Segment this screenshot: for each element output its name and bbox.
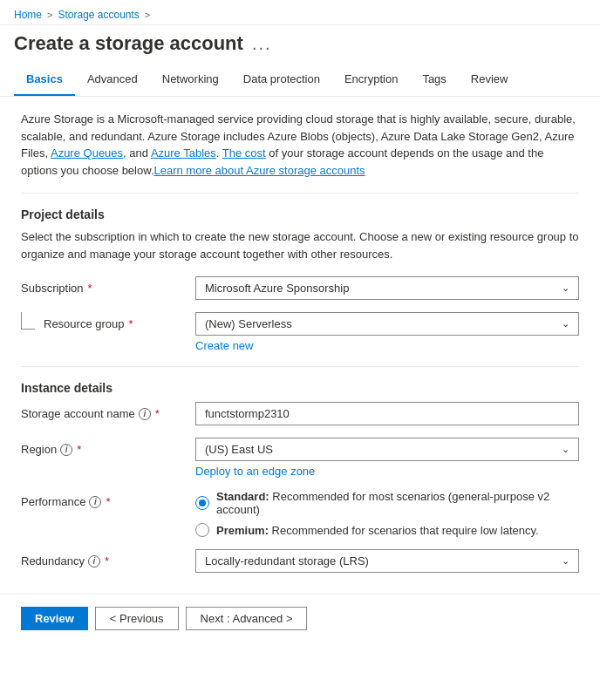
subscription-label: Subscription * — [21, 276, 195, 295]
resource-group-control: (New) Serverless ⌄ Create new — [195, 312, 579, 352]
resource-group-row: Resource group * (New) Serverless ⌄ Crea… — [21, 312, 579, 352]
tab-basics[interactable]: Basics — [14, 65, 75, 96]
storage-account-name-input[interactable] — [195, 402, 579, 425]
radio-premium[interactable] — [195, 523, 209, 537]
description-text: Azure Storage is a Microsoft-managed ser… — [21, 111, 579, 179]
performance-radio-group: Standard: Recommended for most scenarios… — [195, 490, 579, 537]
divider-1 — [21, 193, 579, 194]
project-details-desc: Select the subscription in which to crea… — [21, 228, 579, 262]
resource-group-label: Resource group — [44, 317, 125, 330]
region-value: (US) East US — [205, 443, 273, 456]
redundancy-row: Redundancy i * Locally-redundant storage… — [21, 549, 579, 573]
chevron-down-icon: ⌄ — [562, 282, 569, 294]
subscription-dropdown[interactable]: Microsoft Azure Sponsorship ⌄ — [195, 276, 579, 300]
redundancy-dropdown[interactable]: Locally-redundant storage (LRS) ⌄ — [195, 549, 579, 573]
tab-data-protection[interactable]: Data protection — [231, 65, 332, 96]
subscription-control: Microsoft Azure Sponsorship ⌄ — [195, 276, 579, 300]
create-new-link[interactable]: Create new — [195, 339, 579, 352]
performance-standard-option[interactable]: Standard: Recommended for most scenarios… — [195, 490, 579, 516]
breadcrumb-home[interactable]: Home — [14, 9, 42, 21]
chevron-down-icon: ⌄ — [562, 318, 569, 330]
azure-queues-link[interactable]: Azure Queues — [51, 146, 123, 160]
resource-group-dropdown[interactable]: (New) Serverless ⌄ — [195, 312, 579, 336]
info-icon-performance[interactable]: i — [89, 496, 101, 508]
breadcrumb-storage-accounts[interactable]: Storage accounts — [58, 9, 139, 21]
divider-2 — [21, 366, 579, 367]
resource-group-value: (New) Serverless — [205, 317, 292, 330]
footer-bar: Review < Previous Next : Advanced > — [0, 594, 600, 642]
redundancy-label: Redundancy i * — [21, 549, 195, 567]
subscription-row: Subscription * Microsoft Azure Sponsorsh… — [21, 276, 579, 300]
cost-link[interactable]: The cost — [222, 146, 266, 160]
chevron-down-icon: ⌄ — [562, 555, 569, 567]
previous-button[interactable]: < Previous — [95, 607, 179, 630]
more-options-icon[interactable]: ... — [252, 34, 272, 54]
subscription-value: Microsoft Azure Sponsorship — [205, 282, 349, 295]
breadcrumb: Home > Storage accounts > — [14, 3, 586, 24]
info-icon-region[interactable]: i — [60, 444, 72, 456]
chevron-down-icon: ⌄ — [562, 444, 569, 455]
page-title: Create a storage account — [14, 32, 243, 55]
tabs-bar: Basics Advanced Networking Data protecti… — [0, 55, 600, 97]
breadcrumb-sep1: > — [47, 10, 52, 20]
tab-tags[interactable]: Tags — [410, 65, 458, 96]
instance-details-title: Instance details — [21, 381, 579, 395]
project-details-title: Project details — [21, 207, 579, 221]
storage-account-name-row: Storage account name i * — [21, 402, 579, 425]
performance-standard-label: Standard: Recommended for most scenarios… — [216, 490, 579, 516]
region-label: Region i * — [21, 438, 195, 456]
tab-advanced[interactable]: Advanced — [75, 65, 150, 96]
storage-account-name-control — [195, 402, 579, 425]
tab-networking[interactable]: Networking — [150, 65, 231, 96]
performance-premium-label: Premium: Recommended for scenarios that … — [216, 524, 539, 537]
tab-encryption[interactable]: Encryption — [332, 65, 410, 96]
performance-row: Performance i * Standard: Recommended fo… — [21, 490, 579, 537]
review-button[interactable]: Review — [21, 607, 88, 630]
breadcrumb-sep2: > — [145, 10, 150, 20]
info-icon-storage-name[interactable]: i — [139, 408, 151, 420]
tab-review[interactable]: Review — [459, 65, 521, 96]
performance-control: Standard: Recommended for most scenarios… — [195, 490, 579, 537]
radio-standard[interactable] — [195, 496, 209, 510]
next-button[interactable]: Next : Advanced > — [186, 607, 308, 630]
redundancy-control: Locally-redundant storage (LRS) ⌄ — [195, 549, 579, 573]
learn-more-link[interactable]: Learn more about Azure storage accounts — [154, 164, 365, 177]
region-dropdown[interactable]: (US) East US ⌄ — [195, 438, 579, 461]
performance-label: Performance i * — [21, 490, 195, 508]
region-control: (US) East US ⌄ Deploy to an edge zone — [195, 438, 579, 478]
resource-group-label-area: Resource group * — [21, 312, 195, 330]
resource-group-bracket — [21, 312, 35, 330]
deploy-edge-link[interactable]: Deploy to an edge zone — [195, 465, 579, 478]
performance-premium-option[interactable]: Premium: Recommended for scenarios that … — [195, 523, 579, 537]
region-row: Region i * (US) East US ⌄ Deploy to an e… — [21, 438, 579, 478]
storage-account-name-label: Storage account name i * — [21, 402, 195, 420]
info-icon-redundancy[interactable]: i — [88, 555, 100, 567]
redundancy-value: Locally-redundant storage (LRS) — [205, 554, 369, 567]
azure-tables-link[interactable]: Azure Tables — [151, 146, 216, 160]
